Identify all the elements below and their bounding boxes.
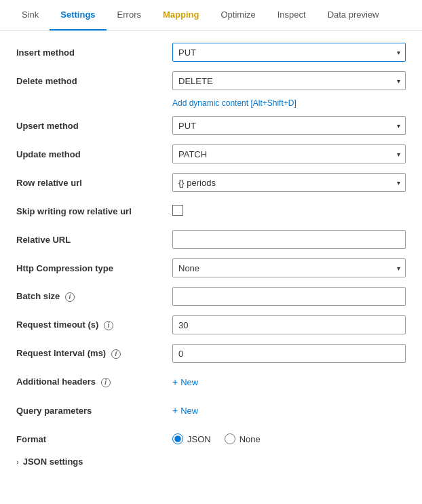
row-relative-url-control: {} periods ▾	[172, 173, 406, 192]
delete-method-select[interactable]: DELETE PUT POST PATCH	[172, 71, 406, 90]
request-timeout-info-icon: i	[104, 321, 113, 330]
additional-headers-label: Additional headers i	[16, 376, 172, 387]
request-timeout-input[interactable]	[172, 315, 406, 334]
tab-settings[interactable]: Settings	[50, 0, 106, 31]
relative-url-label: Relative URL	[16, 235, 172, 245]
insert-method-select[interactable]: PUT POST PATCH DELETE	[172, 43, 406, 62]
update-method-label: Update method	[16, 149, 172, 159]
update-method-row: Update method PATCH PUT POST DELETE ▾	[16, 143, 406, 165]
insert-method-control: PUT POST PATCH DELETE ▾	[172, 43, 406, 62]
dynamic-content-link[interactable]: Add dynamic content [Alt+Shift+D]	[172, 98, 296, 108]
request-interval-control	[172, 344, 406, 363]
row-relative-url-select[interactable]: {} periods	[172, 173, 406, 192]
relative-url-row: Relative URL	[16, 229, 406, 250]
additional-headers-control: + New	[172, 376, 406, 387]
batch-size-input[interactable]	[172, 287, 406, 306]
relative-url-control	[172, 230, 406, 249]
json-settings-label: JSON settings	[23, 457, 83, 467]
request-interval-row: Request interval (ms) i	[16, 343, 406, 364]
batch-size-control	[172, 287, 406, 306]
insert-method-select-wrapper: PUT POST PATCH DELETE ▾	[172, 43, 406, 62]
upsert-method-select-wrapper: PUT POST PATCH DELETE ▾	[172, 116, 406, 135]
request-interval-label: Request interval (ms) i	[16, 348, 172, 359]
format-row: Format JSON None	[16, 428, 406, 450]
http-compression-label: Http Compression type	[16, 263, 172, 273]
http-compression-row: Http Compression type None GZip Deflate …	[16, 257, 406, 279]
request-interval-input[interactable]	[172, 344, 406, 363]
batch-size-row: Batch size i	[16, 286, 406, 307]
skip-writing-label: Skip writing row relative url	[16, 206, 172, 216]
delete-method-row: Delete method DELETE PUT POST PATCH ▾	[16, 70, 406, 92]
format-json-option[interactable]: JSON	[172, 433, 211, 444]
query-parameters-label: Query parameters	[16, 406, 172, 416]
format-none-radio[interactable]	[225, 433, 235, 444]
query-parameters-plus-icon: +	[172, 405, 178, 416]
batch-size-info-icon: i	[65, 292, 75, 302]
dynamic-content-row: Add dynamic content [Alt+Shift+D]	[16, 98, 406, 108]
format-radio-group: JSON None	[172, 433, 406, 444]
additional-headers-plus-icon: +	[172, 376, 178, 387]
delete-method-label: Delete method	[16, 76, 172, 86]
json-settings-chevron-icon: ›	[16, 458, 19, 466]
skip-writing-checkbox[interactable]	[172, 205, 183, 216]
upsert-method-row: Upsert method PUT POST PATCH DELETE ▾	[16, 115, 406, 136]
delete-method-select-wrapper: DELETE PUT POST PATCH ▾	[172, 71, 406, 90]
request-timeout-row: Request timeout (s) i	[16, 314, 406, 336]
row-relative-url-row: Row relative url {} periods ▾	[16, 172, 406, 193]
row-relative-url-select-wrapper: {} periods ▾	[172, 173, 406, 192]
batch-size-label: Batch size i	[16, 291, 172, 302]
skip-writing-control	[172, 205, 406, 218]
update-method-select-wrapper: PATCH PUT POST DELETE ▾	[172, 144, 406, 163]
row-relative-url-label: Row relative url	[16, 178, 172, 188]
upsert-method-label: Upsert method	[16, 121, 172, 131]
skip-writing-row: Skip writing row relative url	[16, 200, 406, 222]
format-json-radio[interactable]	[172, 433, 183, 444]
query-parameters-control: + New	[172, 405, 406, 416]
format-json-label: JSON	[187, 434, 211, 444]
insert-method-label: Insert method	[16, 47, 172, 58]
tab-optimize[interactable]: Optimize	[210, 0, 266, 31]
request-timeout-control	[172, 315, 406, 334]
settings-content: Insert method PUT POST PATCH DELETE ▾ De…	[0, 31, 422, 478]
format-none-option[interactable]: None	[225, 433, 261, 444]
tab-bar: Sink Settings Errors Mapping Optimize In…	[0, 0, 422, 31]
format-none-label: None	[239, 434, 261, 444]
upsert-method-control: PUT POST PATCH DELETE ▾	[172, 116, 406, 135]
insert-method-row: Insert method PUT POST PATCH DELETE ▾	[16, 41, 406, 63]
tab-sink[interactable]: Sink	[11, 0, 50, 31]
tab-mapping[interactable]: Mapping	[152, 0, 210, 31]
update-method-control: PATCH PUT POST DELETE ▾	[172, 144, 406, 163]
format-control: JSON None	[172, 433, 406, 444]
http-compression-select-wrapper: None GZip Deflate ▾	[172, 258, 406, 277]
additional-headers-info-icon: i	[101, 378, 111, 387]
http-compression-control: None GZip Deflate ▾	[172, 258, 406, 277]
delete-method-control: DELETE PUT POST PATCH ▾	[172, 71, 406, 90]
query-parameters-row: Query parameters + New	[16, 400, 406, 421]
request-timeout-label: Request timeout (s) i	[16, 319, 172, 330]
format-label: Format	[16, 434, 172, 444]
http-compression-select[interactable]: None GZip Deflate	[172, 258, 406, 277]
additional-headers-new-button[interactable]: + New	[172, 376, 198, 387]
additional-headers-row: Additional headers i + New	[16, 371, 406, 393]
query-parameters-new-button[interactable]: + New	[172, 405, 198, 416]
tab-errors[interactable]: Errors	[107, 0, 152, 31]
tab-data-preview[interactable]: Data preview	[317, 0, 390, 31]
upsert-method-select[interactable]: PUT POST PATCH DELETE	[172, 116, 406, 135]
tab-inspect[interactable]: Inspect	[267, 0, 317, 31]
request-interval-info-icon: i	[111, 349, 121, 359]
json-settings-row[interactable]: › JSON settings	[16, 457, 406, 467]
update-method-select[interactable]: PATCH PUT POST DELETE	[172, 144, 406, 163]
relative-url-input[interactable]	[172, 230, 406, 249]
